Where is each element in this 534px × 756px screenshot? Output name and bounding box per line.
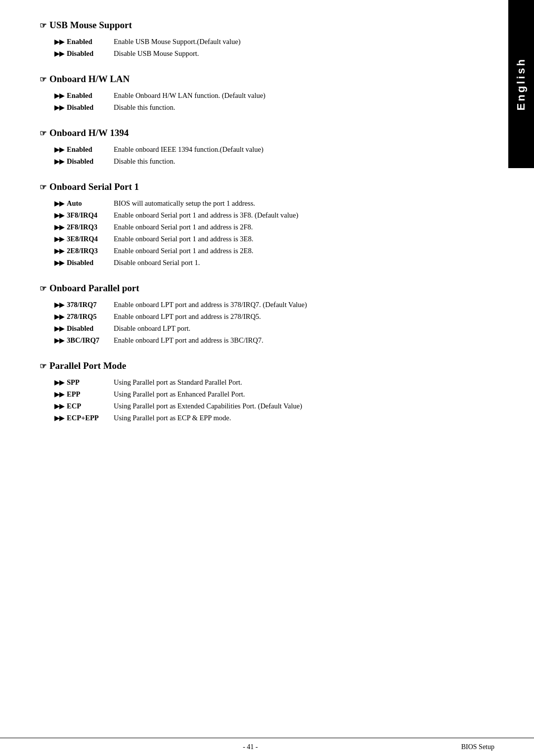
arrow-icon: ▶▶ [54, 414, 64, 422]
item-label: ▶▶ Enabled [54, 38, 114, 46]
item-label: ▶▶ EPP [54, 390, 114, 399]
arrow-icon: ▶▶ [54, 212, 64, 220]
section-title-text: USB Mouse Support [49, 20, 132, 31]
cursor-icon: ☞ [40, 361, 46, 371]
item-description: Enable onboard LPT port and address is 3… [114, 301, 480, 309]
section-title-text: Onboard Serial Port 1 [49, 181, 139, 192]
arrow-icon: ▶▶ [54, 200, 64, 208]
sidebar-text: English [515, 57, 528, 110]
section-title-parallel-port-mode: ☞Parallel Port Mode [40, 360, 480, 371]
list-item: ▶▶ SPPUsing Parallel port as Standard Pa… [54, 378, 480, 387]
list-item: ▶▶ 378/IRQ7Enable onboard LPT port and a… [54, 301, 480, 309]
cursor-icon: ☞ [40, 182, 46, 192]
arrow-icon: ▶▶ [54, 50, 64, 58]
items-list-onboard-serial-port-1: ▶▶ AutoBIOS will automatically setup the… [54, 199, 480, 267]
arrow-icon: ▶▶ [54, 337, 64, 345]
list-item: ▶▶ ECPUsing Parallel port as Extended Ca… [54, 402, 480, 410]
section-title-text: Onboard H/W LAN [49, 74, 130, 85]
page-footer: - 41 - BIOS Setup [0, 738, 534, 756]
section-title-text: Onboard Parallel port [49, 283, 139, 294]
arrow-icon: ▶▶ [54, 259, 64, 267]
list-item: ▶▶ 2F8/IRQ3Enable onboard Serial port 1 … [54, 223, 480, 231]
list-item: ▶▶ 3E8/IRQ4Enable onboard Serial port 1 … [54, 235, 480, 243]
item-label: ▶▶ 3E8/IRQ4 [54, 235, 114, 243]
item-label: ▶▶ ECP [54, 402, 114, 410]
list-item: ▶▶ 3F8/IRQ4Enable onboard Serial port 1 … [54, 211, 480, 220]
list-item: ▶▶ 278/IRQ5Enable onboard LPT port and a… [54, 312, 480, 321]
section-onboard-hw-1394: ☞Onboard H/W 1394▶▶ EnabledEnable onboar… [40, 128, 480, 166]
items-list-onboard-hw-lan: ▶▶ EnabledEnable Onboard H/W LAN functio… [54, 91, 480, 112]
items-list-usb-mouse-support: ▶▶ EnabledEnable USB Mouse Support.(Defa… [54, 38, 480, 58]
list-item: ▶▶ ECP+EPPUsing Parallel port as ECP & E… [54, 414, 480, 422]
list-item: ▶▶ AutoBIOS will automatically setup the… [54, 199, 480, 208]
section-title-text: Parallel Port Mode [49, 360, 126, 371]
item-label: ▶▶ 2F8/IRQ3 [54, 223, 114, 231]
arrow-icon: ▶▶ [54, 158, 64, 166]
section-onboard-parallel-port: ☞Onboard Parallel port▶▶ 378/IRQ7Enable … [40, 283, 480, 345]
item-label: ▶▶ Disabled [54, 259, 114, 267]
arrow-icon: ▶▶ [54, 402, 64, 410]
item-label: ▶▶ ECP+EPP [54, 414, 114, 422]
list-item: ▶▶ DisabledDisable USB Mouse Support. [54, 49, 480, 58]
item-label: ▶▶ SPP [54, 378, 114, 387]
section-parallel-port-mode: ☞Parallel Port Mode▶▶ SPPUsing Parallel … [40, 360, 480, 422]
items-list-parallel-port-mode: ▶▶ SPPUsing Parallel port as Standard Pa… [54, 378, 480, 422]
arrow-icon: ▶▶ [54, 146, 64, 154]
item-label: ▶▶ Disabled [54, 324, 114, 333]
item-description: Using Parallel port as Enhanced Parallel… [114, 390, 480, 399]
arrow-icon: ▶▶ [54, 313, 64, 321]
section-title-onboard-parallel-port: ☞Onboard Parallel port [40, 283, 480, 294]
item-description: Disable onboard LPT port. [114, 324, 480, 333]
item-description: Disable this function. [114, 103, 480, 112]
arrow-icon: ▶▶ [54, 223, 64, 231]
arrow-icon: ▶▶ [54, 391, 64, 399]
arrow-icon: ▶▶ [54, 301, 64, 309]
item-label: ▶▶ Auto [54, 199, 114, 208]
item-description: Enable onboard LPT port and address is 2… [114, 312, 480, 321]
item-description: Using Parallel port as Standard Parallel… [114, 378, 480, 387]
item-description: Enable onboard IEEE 1394 function.(Defau… [114, 145, 480, 154]
section-usb-mouse-support: ☞USB Mouse Support▶▶ EnabledEnable USB M… [40, 20, 480, 58]
items-list-onboard-hw-1394: ▶▶ EnabledEnable onboard IEEE 1394 funct… [54, 145, 480, 166]
item-label: ▶▶ Enabled [54, 145, 114, 154]
item-description: Enable Onboard H/W LAN function. (Defaul… [114, 91, 480, 100]
list-item: ▶▶ EPPUsing Parallel port as Enhanced Pa… [54, 390, 480, 399]
footer-page-number: - 41 - [243, 743, 258, 751]
section-title-onboard-hw-1394: ☞Onboard H/W 1394 [40, 128, 480, 138]
item-description: Enable onboard LPT port and address is 3… [114, 336, 480, 345]
arrow-icon: ▶▶ [54, 235, 64, 243]
cursor-icon: ☞ [40, 75, 46, 84]
arrow-icon: ▶▶ [54, 247, 64, 255]
item-label: ▶▶ Disabled [54, 103, 114, 112]
arrow-icon: ▶▶ [54, 379, 64, 387]
arrow-icon: ▶▶ [54, 92, 64, 100]
item-label: ▶▶ 3BC/IRQ7 [54, 336, 114, 345]
item-label: ▶▶ 3F8/IRQ4 [54, 211, 114, 220]
items-list-onboard-parallel-port: ▶▶ 378/IRQ7Enable onboard LPT port and a… [54, 301, 480, 345]
cursor-icon: ☞ [40, 129, 46, 138]
item-description: Enable onboard Serial port 1 and address… [114, 223, 480, 231]
arrow-icon: ▶▶ [54, 325, 64, 333]
item-label: ▶▶ Disabled [54, 157, 114, 166]
item-label: ▶▶ 278/IRQ5 [54, 312, 114, 321]
arrow-icon: ▶▶ [54, 38, 64, 46]
item-label: ▶▶ Enabled [54, 91, 114, 100]
list-item: ▶▶ 2E8/IRQ3Enable onboard Serial port 1 … [54, 247, 480, 255]
section-title-usb-mouse-support: ☞USB Mouse Support [40, 20, 480, 31]
item-description: Enable USB Mouse Support.(Default value) [114, 38, 480, 46]
item-description: Disable this function. [114, 157, 480, 166]
section-onboard-hw-lan: ☞Onboard H/W LAN▶▶ EnabledEnable Onboard… [40, 74, 480, 112]
item-label: ▶▶ Disabled [54, 49, 114, 58]
item-description: Enable onboard Serial port 1 and address… [114, 211, 480, 220]
list-item: ▶▶ DisabledDisable onboard Serial port 1… [54, 259, 480, 267]
list-item: ▶▶ DisabledDisable onboard LPT port. [54, 324, 480, 333]
cursor-icon: ☞ [40, 21, 46, 30]
sidebar-english-label: English [508, 0, 534, 168]
item-description: Disable onboard Serial port 1. [114, 259, 480, 267]
item-description: Enable onboard Serial port 1 and address… [114, 247, 480, 255]
item-description: BIOS will automatically setup the port 1… [114, 199, 480, 208]
list-item: ▶▶ DisabledDisable this function. [54, 103, 480, 112]
section-title-text: Onboard H/W 1394 [49, 128, 129, 138]
item-description: Using Parallel port as ECP & EPP mode. [114, 414, 480, 422]
item-label: ▶▶ 378/IRQ7 [54, 301, 114, 309]
